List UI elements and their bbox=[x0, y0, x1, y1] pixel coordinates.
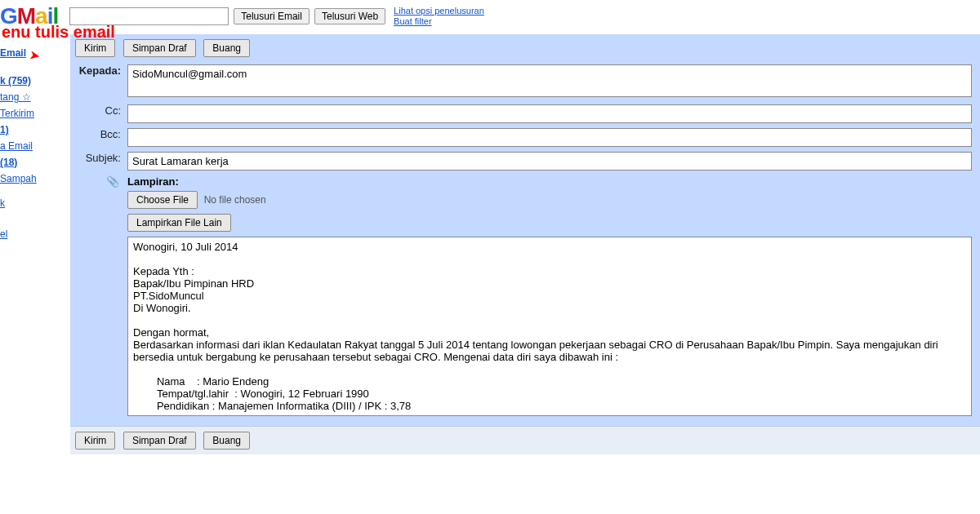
no-file-text: No file chosen bbox=[204, 194, 266, 206]
attach-another-button[interactable]: Lampirkan File Lain bbox=[127, 214, 231, 232]
choose-file-button[interactable]: Choose File bbox=[127, 191, 198, 209]
search-options-link[interactable]: Lihat opsi penelusuran bbox=[394, 6, 484, 16]
attach-label: Lampiran: bbox=[127, 175, 179, 188]
discard-button[interactable]: Buang bbox=[203, 39, 250, 57]
annotation-overlay: enu tulis email bbox=[2, 23, 115, 42]
search-web-button[interactable]: Telusuri Web bbox=[314, 8, 385, 24]
bcc-field[interactable] bbox=[127, 128, 972, 147]
search-mail-button[interactable]: Telusuri Email bbox=[234, 8, 310, 24]
create-filter-link[interactable]: Buat filter bbox=[394, 16, 484, 27]
bcc-label: Bcc: bbox=[75, 126, 124, 149]
sidebar-item[interactable]: 1) bbox=[0, 124, 67, 135]
save-draft-button[interactable]: Simpan Draf bbox=[123, 39, 196, 57]
send-button-bottom[interactable]: Kirim bbox=[75, 432, 115, 450]
cc-field[interactable] bbox=[127, 104, 972, 123]
sidebar-item[interactable]: (18) bbox=[0, 157, 67, 168]
header-links: Lihat opsi penelusuran Buat filter bbox=[394, 6, 484, 27]
sidebar-item[interactable]: Sampah bbox=[0, 173, 67, 184]
discard-button-bottom[interactable]: Buang bbox=[203, 432, 250, 450]
message-body[interactable]: Wonogiri, 10 Juli 2014 Kepada Yth : Bapa… bbox=[127, 237, 972, 416]
to-field[interactable]: SidoMuncul@gmail.com bbox=[127, 64, 972, 97]
sidebar-item[interactable]: a Email bbox=[0, 140, 67, 152]
cc-label: Cc: bbox=[75, 102, 124, 126]
send-button[interactable]: Kirim bbox=[75, 39, 115, 57]
sidebar-item[interactable]: tang ☆ bbox=[0, 91, 67, 103]
top-button-row: Kirim Simpan Draf Buang bbox=[75, 39, 975, 57]
sidebar-item[interactable]: Terkirim bbox=[0, 108, 67, 119]
sidebar-item[interactable]: el bbox=[0, 228, 67, 240]
sidebar: Email k (759) tang ☆ Terkirim 1) a Email… bbox=[0, 34, 70, 454]
subject-field[interactable] bbox=[127, 152, 972, 171]
compose-panel: Kirim Simpan Draf Buang Kepada: SidoMunc… bbox=[70, 34, 980, 454]
bottom-button-row: Kirim Simpan Draf Buang bbox=[70, 426, 980, 454]
header-bar: GMail Telusuri Email Telusuri Web Lihat … bbox=[0, 0, 980, 34]
sidebar-item[interactable]: k bbox=[0, 197, 67, 209]
to-label: Kepada: bbox=[75, 62, 124, 102]
paperclip-icon: 📎 bbox=[106, 175, 119, 188]
subject-label: Subjek: bbox=[75, 149, 124, 173]
sidebar-item[interactable]: k (759) bbox=[0, 75, 67, 86]
save-draft-button-bottom[interactable]: Simpan Draf bbox=[123, 432, 196, 450]
